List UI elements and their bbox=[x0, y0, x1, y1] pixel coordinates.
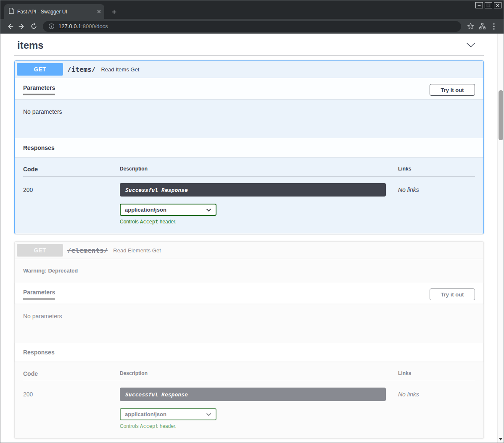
parameters-header: Parameters Try it out bbox=[15, 78, 483, 99]
response-description-text: Successful Response bbox=[125, 391, 188, 398]
document-icon bbox=[9, 8, 14, 16]
opblock-summary[interactable]: GET /items/ Read Items Get bbox=[15, 61, 483, 78]
url-text: 127.0.0.1:8000/docs bbox=[58, 23, 108, 29]
operation-summary: Read Items Get bbox=[101, 66, 139, 73]
page-scrollbar[interactable] bbox=[497, 34, 504, 443]
back-icon bbox=[6, 23, 14, 30]
minimize-button[interactable] bbox=[475, 2, 483, 8]
close-button[interactable] bbox=[494, 2, 501, 8]
try-it-out-button[interactable]: Try it out bbox=[430, 84, 475, 96]
opblock-summary[interactable]: GET /elements/ Read Elements Get bbox=[15, 242, 483, 259]
operation-summary: Read Elements Get bbox=[113, 247, 161, 254]
media-type-select[interactable]: application/json bbox=[120, 408, 216, 420]
sites-icon bbox=[479, 23, 486, 30]
address-bar[interactable]: 127.0.0.1:8000/docs bbox=[43, 21, 461, 32]
responses-table-header: Code Description Links bbox=[23, 370, 475, 381]
tab-title: Fast API - Swagger UI bbox=[17, 9, 94, 15]
scrollbar-thumb[interactable] bbox=[499, 90, 503, 140]
opblock-get-items: GET /items/ Read Items Get Parameters Tr… bbox=[14, 60, 484, 234]
close-icon bbox=[496, 3, 500, 8]
response-links: No links bbox=[398, 183, 475, 225]
kebab-menu-icon bbox=[493, 23, 495, 30]
browser-toolbar: 127.0.0.1:8000/docs bbox=[0, 19, 504, 34]
reload-icon bbox=[30, 23, 37, 30]
try-it-out-button[interactable]: Try it out bbox=[430, 288, 475, 300]
accept-header-note: Controls Accept header. bbox=[120, 423, 398, 429]
column-description: Description bbox=[120, 166, 398, 173]
responses-header: Responses bbox=[15, 138, 483, 157]
media-type-value: application/json bbox=[125, 207, 166, 213]
tag-title: items bbox=[17, 39, 44, 51]
no-parameters-text: No parameters bbox=[23, 313, 62, 320]
tag-section-items[interactable]: items bbox=[14, 34, 484, 56]
tab-parameters: Parameters bbox=[23, 289, 55, 300]
url-path: :8000/docs bbox=[81, 23, 108, 29]
accept-header-note: Controls Accept header. bbox=[120, 219, 398, 225]
method-badge: GET bbox=[17, 244, 63, 257]
method-badge: GET bbox=[17, 63, 63, 76]
chevron-down-icon bbox=[206, 413, 211, 416]
response-code: 200 bbox=[23, 183, 120, 225]
column-links: Links bbox=[398, 166, 475, 173]
star-icon bbox=[467, 23, 474, 30]
tab-parameters: Parameters bbox=[23, 84, 55, 95]
browser-window: Fast API - Swagger UI bbox=[0, 0, 504, 443]
swagger-content: items GET /items/ Read Items Get Paramet… bbox=[14, 34, 484, 443]
operation-path: /elements/ bbox=[67, 246, 108, 254]
response-code: 200 bbox=[23, 388, 120, 429]
titlebar: Fast API - Swagger UI bbox=[0, 0, 504, 19]
response-description-bar: Successful Response bbox=[120, 183, 386, 197]
response-links: No links bbox=[398, 388, 475, 429]
window-controls bbox=[475, 2, 501, 8]
response-description-bar: Successful Response bbox=[120, 388, 386, 401]
column-code: Code bbox=[23, 166, 120, 173]
maximize-button[interactable] bbox=[485, 2, 492, 8]
responses-title: Responses bbox=[23, 349, 55, 356]
operation-path: /items/ bbox=[67, 66, 95, 73]
opblock-get-elements-deprecated: GET /elements/ Read Elements Get Warning… bbox=[14, 241, 484, 439]
tab-close-button[interactable] bbox=[97, 10, 101, 13]
media-type-select[interactable]: application/json bbox=[120, 204, 216, 216]
deprecated-warning: Warning: Deprecated bbox=[15, 259, 483, 283]
parameters-body: No parameters bbox=[15, 99, 483, 138]
response-row: 200 Successful Response application/json… bbox=[23, 381, 475, 429]
sites-button[interactable] bbox=[476, 21, 488, 32]
responses-table: Code Description Links 200 Successful Re… bbox=[15, 362, 483, 438]
site-info-icon[interactable] bbox=[48, 23, 55, 29]
reload-button[interactable] bbox=[28, 21, 40, 32]
responses-header: Responses bbox=[15, 343, 483, 362]
responses-title: Responses bbox=[23, 144, 55, 151]
response-row: 200 Successful Response application/json… bbox=[23, 177, 475, 225]
responses-table-header: Code Description Links bbox=[23, 166, 475, 177]
forward-icon bbox=[18, 23, 26, 30]
back-button[interactable] bbox=[4, 21, 16, 32]
responses-table: Code Description Links 200 Successful Re… bbox=[15, 157, 483, 234]
plus-icon bbox=[111, 9, 117, 15]
chevron-down-icon bbox=[206, 208, 211, 212]
bookmark-button[interactable] bbox=[464, 21, 476, 32]
column-links: Links bbox=[398, 370, 475, 377]
chevron-down-icon[interactable] bbox=[466, 42, 475, 49]
page-viewport: items GET /items/ Read Items Get Paramet… bbox=[0, 34, 504, 443]
column-code: Code bbox=[23, 370, 120, 377]
response-description-cell: Successful Response application/json Con… bbox=[120, 183, 398, 225]
media-type-value: application/json bbox=[125, 411, 166, 417]
minimize-icon bbox=[477, 3, 481, 8]
column-description: Description bbox=[120, 370, 398, 377]
parameters-body: No parameters bbox=[15, 304, 483, 343]
response-description-cell: Successful Response application/json Con… bbox=[120, 388, 398, 429]
maximize-icon bbox=[486, 3, 491, 8]
new-tab-button[interactable] bbox=[109, 7, 119, 17]
forward-button[interactable] bbox=[16, 21, 28, 32]
scrollbar-down-arrow[interactable] bbox=[499, 438, 502, 440]
parameters-header: Parameters Try it out bbox=[15, 283, 483, 304]
menu-button[interactable] bbox=[488, 21, 500, 32]
browser-tab[interactable]: Fast API - Swagger UI bbox=[4, 4, 104, 19]
url-host: 127.0.0.1 bbox=[58, 23, 81, 29]
response-description-text: Successful Response bbox=[125, 187, 188, 193]
no-parameters-text: No parameters bbox=[23, 108, 62, 115]
